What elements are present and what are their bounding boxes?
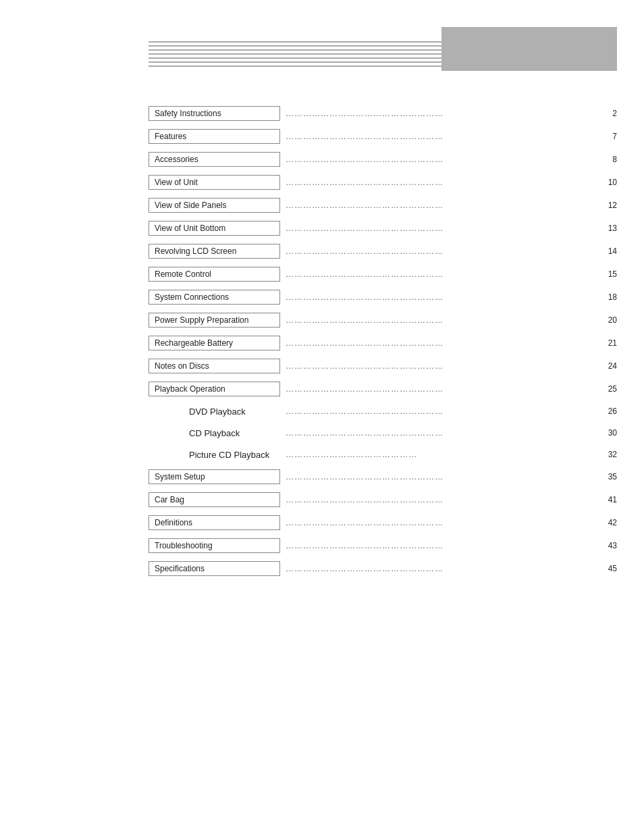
toc-label-system-setup[interactable]: System Setup xyxy=(149,469,280,484)
toc-row-notes-on-discs[interactable]: Notes on Discs ……………………………………………… 24 xyxy=(149,357,617,375)
toc-dots-remote-control: ……………………………………………… xyxy=(286,269,597,279)
toc-dots-view-of-unit: ……………………………………………… xyxy=(286,178,597,187)
toc-page-definitions: 42 xyxy=(600,518,617,527)
toc-page-system-setup: 35 xyxy=(600,472,617,481)
toc-dots-notes-on-discs: ……………………………………………… xyxy=(286,361,597,371)
toc-dots-view-side-panels: ……………………………………………… xyxy=(286,201,597,210)
toc-row-troubleshooting[interactable]: Troubleshooting ……………………………………………… 43 xyxy=(149,537,617,554)
toc-label-features[interactable]: Features xyxy=(149,129,280,144)
toc-dots-system-connections: ……………………………………………… xyxy=(286,292,597,302)
toc-label-cd-playback[interactable]: CD Playback xyxy=(189,428,280,438)
toc-page-picture-cd-playback: 32 xyxy=(600,450,617,459)
toc-page-safety-instructions: 2 xyxy=(600,109,617,118)
toc-row-picture-cd-playback[interactable]: Picture CD Playback ……………………………………… 32 xyxy=(149,446,617,463)
toc-label-revolving-lcd[interactable]: Revolving LCD Screen xyxy=(149,244,280,259)
toc-page-notes-on-discs: 24 xyxy=(600,361,617,371)
toc-label-notes-on-discs[interactable]: Notes on Discs xyxy=(149,359,280,373)
toc-label-picture-cd-playback[interactable]: Picture CD Playback xyxy=(189,450,280,460)
toc-page-view-side-panels: 12 xyxy=(600,201,617,210)
toc-row-view-of-unit[interactable]: View of Unit ……………………………………………… 10 xyxy=(149,174,617,191)
header-gray-box xyxy=(441,27,617,71)
toc-row-rechargeable-battery[interactable]: Rechargeable Battery ……………………………………………… … xyxy=(149,334,617,352)
toc-page-power-supply: 20 xyxy=(600,315,617,325)
toc-row-view-side-panels[interactable]: View of Side Panels ……………………………………………… 1… xyxy=(149,197,617,214)
toc-dots-playback-operation: ……………………………………………… xyxy=(286,384,597,394)
toc-row-view-unit-bottom[interactable]: View of Unit Bottom ……………………………………………… 1… xyxy=(149,219,617,237)
toc-page-playback-operation: 25 xyxy=(600,384,617,394)
toc-label-remote-control[interactable]: Remote Control xyxy=(149,267,280,282)
toc-label-troubleshooting[interactable]: Troubleshooting xyxy=(149,538,280,553)
toc-page-rechargeable-battery: 21 xyxy=(600,338,617,348)
toc-dots-power-supply: ……………………………………………… xyxy=(286,315,597,325)
toc-dots-cd-playback: ……………………………………………… xyxy=(286,428,597,438)
toc-page-cd-playback: 30 xyxy=(600,428,617,438)
toc-row-cd-playback[interactable]: CD Playback ……………………………………………… 30 xyxy=(149,425,617,441)
toc-dots-system-setup: ……………………………………………… xyxy=(286,472,597,481)
toc-label-view-side-panels[interactable]: View of Side Panels xyxy=(149,198,280,213)
toc-page-specifications: 45 xyxy=(600,564,617,573)
toc-label-safety-instructions[interactable]: Safety Instructions xyxy=(149,106,280,121)
header-area xyxy=(149,20,617,88)
toc-label-playback-operation[interactable]: Playback Operation xyxy=(149,382,280,396)
toc-label-power-supply[interactable]: Power Supply Preparation xyxy=(149,313,280,328)
toc-dots-car-bag: ……………………………………………… xyxy=(286,495,597,504)
toc-label-definitions[interactable]: Definitions xyxy=(149,515,280,530)
toc-dots-definitions: ……………………………………………… xyxy=(286,518,597,527)
toc-row-remote-control[interactable]: Remote Control ……………………………………………… 15 xyxy=(149,265,617,283)
toc-container: Safety Instructions ……………………………………………… 2… xyxy=(149,105,617,577)
toc-page-car-bag: 41 xyxy=(600,495,617,504)
toc-page-view-of-unit: 10 xyxy=(600,178,617,187)
toc-label-rechargeable-battery[interactable]: Rechargeable Battery xyxy=(149,336,280,350)
toc-dots-accessories: ……………………………………………… xyxy=(286,155,597,164)
toc-row-safety-instructions[interactable]: Safety Instructions ……………………………………………… 2 xyxy=(149,105,617,122)
toc-label-view-of-unit[interactable]: View of Unit xyxy=(149,175,280,190)
toc-page-view-unit-bottom: 13 xyxy=(600,224,617,233)
toc-row-system-connections[interactable]: System Connections ……………………………………………… 18 xyxy=(149,288,617,306)
toc-dots-dvd-playback: ……………………………………………… xyxy=(286,407,597,416)
toc-row-specifications[interactable]: Specifications ……………………………………………… 45 xyxy=(149,560,617,577)
toc-label-car-bag[interactable]: Car Bag xyxy=(149,492,280,507)
toc-row-revolving-lcd[interactable]: Revolving LCD Screen ……………………………………………… … xyxy=(149,242,617,260)
toc-page-remote-control: 15 xyxy=(600,269,617,279)
toc-label-system-connections[interactable]: System Connections xyxy=(149,290,280,305)
toc-dots-troubleshooting: ……………………………………………… xyxy=(286,541,597,550)
toc-label-accessories[interactable]: Accessories xyxy=(149,152,280,167)
toc-dots-view-unit-bottom: ……………………………………………… xyxy=(286,224,597,233)
toc-row-playback-operation[interactable]: Playback Operation ……………………………………………… 25 xyxy=(149,380,617,398)
toc-label-dvd-playback[interactable]: DVD Playback xyxy=(189,407,280,417)
toc-page-features: 7 xyxy=(600,132,617,141)
toc-page-accessories: 8 xyxy=(600,155,617,164)
toc-page-revolving-lcd: 14 xyxy=(600,246,617,256)
toc-dots-rechargeable-battery: ……………………………………………… xyxy=(286,338,597,348)
toc-row-dvd-playback[interactable]: DVD Playback ……………………………………………… 26 xyxy=(149,403,617,419)
toc-page-troubleshooting: 43 xyxy=(600,541,617,550)
page-container: Safety Instructions ……………………………………………… 2… xyxy=(0,20,644,834)
toc-row-car-bag[interactable]: Car Bag ……………………………………………… 41 xyxy=(149,491,617,509)
toc-label-view-unit-bottom[interactable]: View of Unit Bottom xyxy=(149,221,280,236)
toc-dots-picture-cd-playback: ……………………………………… xyxy=(286,450,597,459)
toc-page-dvd-playback: 26 xyxy=(600,407,617,416)
toc-row-system-setup[interactable]: System Setup ……………………………………………… 35 xyxy=(149,468,617,486)
toc-row-accessories[interactable]: Accessories ……………………………………………… 8 xyxy=(149,151,617,168)
toc-row-features[interactable]: Features ……………………………………………… 7 xyxy=(149,128,617,145)
toc-dots-safety-instructions: ……………………………………………… xyxy=(286,109,597,118)
toc-dots-features: ……………………………………………… xyxy=(286,132,597,141)
toc-dots-revolving-lcd: ……………………………………………… xyxy=(286,246,597,256)
toc-page-system-connections: 18 xyxy=(600,292,617,302)
toc-row-power-supply[interactable]: Power Supply Preparation ………………………………………… xyxy=(149,311,617,329)
toc-label-specifications[interactable]: Specifications xyxy=(149,561,280,576)
toc-dots-specifications: ……………………………………………… xyxy=(286,564,597,573)
toc-row-definitions[interactable]: Definitions ……………………………………………… 42 xyxy=(149,514,617,531)
